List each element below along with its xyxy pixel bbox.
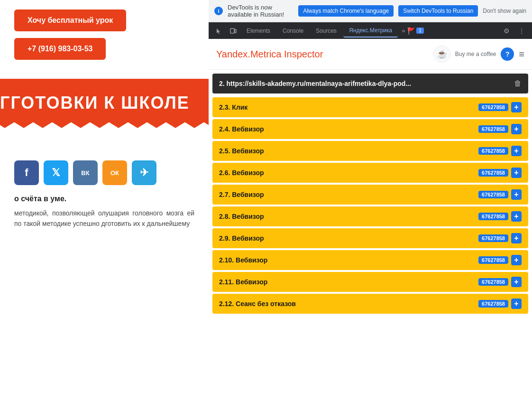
item-badge: 67627858 [478,256,508,264]
menu-icon[interactable]: ≡ [519,49,524,60]
item-badge: 67627858 [478,234,508,242]
add-button[interactable]: + [511,299,522,309]
item-badge: 67627858 [478,278,508,286]
item-badge: 67627858 [478,103,508,111]
item-badge: 67627858 [478,191,508,198]
title-y: Y [216,49,222,59]
item-right: 67627858 + [478,233,522,243]
add-button[interactable]: + [511,255,522,265]
coffee-label: Buy me a coffee [455,51,496,57]
item-right: 67627858 + [478,102,522,112]
add-button[interactable]: + [511,211,522,222]
coffee-button[interactable]: ☕ [433,46,450,63]
wave-text: ГГОТОВКИ К ШКОЛЕ [0,93,209,113]
ok-icon: ОК [110,169,119,177]
add-button[interactable]: + [511,124,522,134]
item-right: 67627858 + [478,255,522,265]
list-item[interactable]: 2.7. Вебвизор 67627858 + [212,185,528,205]
tab-sources[interactable]: Sources [310,25,342,37]
item-right: 67627858 + [478,146,522,156]
more-tabs-icon[interactable]: » [399,27,408,34]
item-right: 67627858 + [478,124,522,134]
list-item[interactable]: 2.11. Вебвизор 67627858 + [212,272,528,292]
list-item[interactable]: 2.6. Вебвизор 67627858 + [212,163,528,183]
svg-rect-0 [230,28,234,33]
coffee-icon: ☕ [437,49,447,59]
item-label: 2.10. Вебвизор [219,256,267,264]
item-right: 67627858 + [478,168,522,178]
item-label: 2.4. Вебвизор [219,125,264,133]
content-heading: о счёта в уме. [14,195,194,203]
info-icon: i [214,7,223,15]
always-match-button[interactable]: Always match Chrome's language [298,5,394,17]
add-button[interactable]: + [511,233,522,243]
inspector-title: Yandex.Metrica Inspector [216,49,323,60]
item-label: 2.6. Вебвизор [219,169,264,177]
add-button[interactable]: + [511,102,522,112]
inspector-panel: Yandex.Metrica Inspector ☕ Buy me a coff… [209,39,532,411]
vk-button[interactable]: ВК [73,160,98,185]
item-label: 2.7. Вебвизор [219,191,264,198]
help-button[interactable]: ? [501,47,514,61]
url-text: 2. https://skills-akademy.ru/mentalnaya-… [219,80,509,87]
vk-icon: ВК [81,169,89,177]
item-right: 67627858 + [478,211,522,222]
delete-icon[interactable]: 🗑 [514,79,522,88]
add-button[interactable]: + [511,189,522,200]
device-icon[interactable] [227,24,240,37]
facebook-button[interactable]: f [14,160,39,185]
tab-yandex-metrica[interactable]: Яндекс.Метрика [343,24,398,37]
more-options-icon[interactable]: ⋮ [515,24,528,37]
twitter-icon: 𝕏 [52,167,60,179]
url-item[interactable]: 2. https://skills-akademy.ru/mentalnaya-… [212,74,528,93]
list-item[interactable]: 2.8. Вебвизор 67627858 + [212,206,528,226]
item-right: 67627858 + [478,277,522,287]
item-label: 2.9. Вебвизор [219,234,264,242]
list-item[interactable]: 2.5. Вебвизор 67627858 + [212,141,528,161]
info-message: DevTools is now available in Russian! [228,4,294,18]
switch-devtools-button[interactable]: Switch DevTools to Russian [398,5,478,17]
social-section: f 𝕏 ВК ОК ✈ [14,160,194,185]
item-badge: 67627858 [478,300,508,308]
list-item[interactable]: 2.3. Клик 67627858 + [212,97,528,117]
feedback-icon[interactable]: 🚩 1 [409,24,422,37]
item-label: 2.11. Вебвизор [219,278,267,286]
list-item[interactable]: 2.10. Вебвизор 67627858 + [212,250,528,270]
item-label: 2.8. Вебвизор [219,213,264,220]
item-badge: 67627858 [478,169,508,177]
dont-show-button[interactable]: Don't show again [483,8,526,14]
devtools-panel: i DevTools is now available in Russian! … [209,0,532,411]
ok-button[interactable]: ОК [102,160,127,185]
telegram-button[interactable]: ✈ [132,160,156,185]
left-panel: Хочу бесплатный урок +7 (916) 983-03-53 … [0,0,209,411]
inspector-header: Yandex.Metrica Inspector ☕ Buy me a coff… [209,39,532,70]
add-button[interactable]: + [511,168,522,178]
list-item[interactable]: 2.12. Сеанс без отказов 67627858 + [212,294,528,314]
facebook-icon: f [25,167,28,179]
title-rest: andex.Metrica Inspector [222,49,323,59]
list-item[interactable]: 2.9. Вебвизор 67627858 + [212,228,528,248]
settings-icon[interactable]: ⚙ [500,24,513,37]
item-label: 2.5. Вебвизор [219,147,264,155]
devtools-info-bar: i DevTools is now available in Russian! … [209,0,532,22]
list-item[interactable]: 2.4. Вебвизор 67627858 + [212,119,528,139]
content-body: методикой, позволяющей олушария головног… [14,208,194,229]
wave-section: ГГОТОВКИ К ШКОЛЕ [0,79,209,137]
add-button[interactable]: + [511,146,522,156]
item-label: 2.12. Сеанс без отказов [219,300,296,308]
cursor-icon[interactable] [212,24,226,37]
item-badge: 67627858 [478,213,508,220]
devtools-gear-area: ⚙ ⋮ [500,24,528,37]
twitter-button[interactable]: 𝕏 [44,160,68,185]
tab-elements[interactable]: Elements [241,25,276,37]
devtools-tab-bar: Elements Console Sources Яндекс.Метрика … [209,22,532,39]
inspector-list: 2. https://skills-akademy.ru/mentalnaya-… [209,70,532,411]
telegram-icon: ✈ [140,167,148,179]
phone-button[interactable]: +7 (916) 983-03-53 [14,38,106,60]
add-button[interactable]: + [511,277,522,287]
inspector-actions: ☕ Buy me a coffee ? ≡ [433,46,524,63]
tab-console[interactable]: Console [277,25,309,37]
content-section: о счёта в уме. методикой, позволяющей ол… [14,195,194,239]
free-lesson-button[interactable]: Хочу бесплатный урок [14,9,126,31]
item-label: 2.3. Клик [219,103,248,111]
